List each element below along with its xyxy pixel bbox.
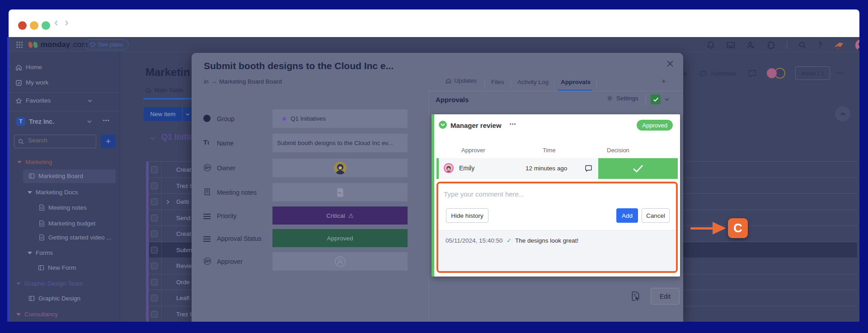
sidebar-item-marketing-docs[interactable]: Marketing Docs bbox=[28, 189, 78, 196]
review-menu-icon[interactable]: ⋯ bbox=[509, 120, 517, 128]
row-checkbox[interactable] bbox=[151, 198, 158, 205]
comment-input[interactable] bbox=[443, 187, 642, 201]
approver-row[interactable]: Emily 12 minutes ago bbox=[436, 158, 678, 179]
monday-logo[interactable]: monday.com bbox=[28, 40, 88, 49]
notifications-bell-icon[interactable] bbox=[707, 41, 715, 50]
collapse-review-button[interactable] bbox=[439, 121, 447, 129]
window-maximize-button[interactable] bbox=[42, 21, 50, 30]
window-minimize-button[interactable] bbox=[30, 21, 38, 30]
row-status-bar bbox=[436, 158, 439, 179]
inbox-icon[interactable] bbox=[726, 41, 735, 49]
tab-files[interactable]: Files bbox=[491, 79, 504, 85]
group-value: Q1 Initiatives bbox=[291, 115, 326, 122]
row-checkbox[interactable] bbox=[151, 230, 158, 237]
add-tab-button[interactable]: + bbox=[662, 77, 666, 86]
comment-bubble-icon[interactable] bbox=[585, 164, 592, 172]
integrate-button-partial[interactable]: e bbox=[684, 70, 687, 77]
edit-button[interactable]: Edit bbox=[651, 288, 680, 305]
history-timestamp: 05/11/2024, 15:40:50 bbox=[446, 237, 503, 244]
approvals-settings-button[interactable]: Settings bbox=[606, 95, 638, 102]
tab-approvals-active[interactable]: Approvals bbox=[561, 79, 591, 85]
group-value-cell[interactable]: Q1 Initiatives bbox=[272, 109, 408, 128]
workspace-switcher[interactable]: T Trez Inc. bbox=[16, 117, 54, 126]
expand-chevron-icon[interactable] bbox=[166, 200, 169, 204]
chevron-down-icon[interactable] bbox=[186, 113, 190, 116]
sidebar-item-meeting-notes[interactable]: Meeting notes bbox=[39, 204, 87, 211]
sidebar-workspace-marketing[interactable]: Marketing bbox=[17, 159, 52, 165]
approval-status-selector[interactable] bbox=[651, 94, 661, 104]
scroll-top-button[interactable] bbox=[835, 106, 850, 122]
sidebar-search[interactable] bbox=[14, 135, 96, 148]
modal-breadcrumb: in → Marketing Board Board bbox=[204, 78, 282, 85]
add-button[interactable]: Add bbox=[616, 208, 638, 223]
add-board-button[interactable]: + bbox=[101, 135, 116, 148]
chevron-down-icon[interactable] bbox=[665, 98, 669, 101]
row-checkbox[interactable] bbox=[151, 183, 158, 189]
tab-separator bbox=[554, 81, 554, 89]
meeting-notes-value-cell[interactable] bbox=[272, 183, 408, 202]
sidebar-workspace-consultancy[interactable]: Consultancy bbox=[16, 311, 58, 318]
sidebar-item-graphic-design[interactable]: Graphic Design bbox=[28, 295, 80, 302]
sidebar-item-home[interactable]: Home bbox=[15, 64, 42, 70]
chat-bubble-icon[interactable] bbox=[748, 70, 756, 77]
item-card-icon[interactable] bbox=[631, 291, 640, 301]
sidebar-item-marketing-board[interactable]: Marketing Board bbox=[28, 173, 83, 179]
sidebar-divider bbox=[10, 92, 120, 93]
sidebar-item-new-form[interactable]: New Form bbox=[38, 264, 76, 271]
status-badge: Approved bbox=[637, 120, 673, 131]
row-label: Subm bbox=[176, 247, 192, 253]
name-value-cell[interactable]: Submit booth designs to the Cloud Inc ev… bbox=[272, 134, 408, 152]
automate-button[interactable]: Automate bbox=[711, 70, 737, 77]
help-icon[interactable]: ? bbox=[818, 41, 822, 50]
sidebar-item-my-work[interactable]: My work bbox=[15, 79, 48, 86]
decision-approved-cell[interactable] bbox=[598, 158, 678, 179]
tab-updates[interactable]: Updates bbox=[446, 77, 477, 84]
hide-history-button[interactable]: Hide history bbox=[446, 208, 488, 223]
group-icon bbox=[203, 115, 211, 122]
sidebar-item-marketing-budget[interactable]: Marketing budget bbox=[39, 220, 95, 227]
apps-grid-icon[interactable] bbox=[16, 41, 23, 48]
close-icon[interactable] bbox=[666, 60, 674, 67]
group-title[interactable]: Q1 Initia bbox=[161, 132, 192, 142]
new-item-button[interactable]: New item bbox=[144, 107, 193, 121]
board-menu-icon[interactable]: ⋯ bbox=[836, 69, 844, 77]
window-close-button[interactable] bbox=[18, 21, 27, 30]
approver-value-cell[interactable] bbox=[272, 252, 408, 271]
sidebar-workspace-graphic-design-team[interactable]: Graphic Design Team bbox=[16, 280, 83, 287]
workspace-menu-icon[interactable]: ⋯ bbox=[103, 117, 110, 125]
see-plans-button[interactable]: See plans bbox=[84, 39, 129, 50]
group-collapse-chevron-icon[interactable] bbox=[150, 136, 155, 140]
row-checkbox[interactable] bbox=[151, 279, 158, 286]
row-checkbox[interactable] bbox=[151, 311, 158, 318]
row-checkbox[interactable] bbox=[151, 295, 158, 301]
row-checkbox[interactable] bbox=[151, 247, 158, 253]
monday-doc-icon bbox=[336, 188, 344, 197]
sidebar-item-forms[interactable]: Forms bbox=[28, 249, 53, 256]
row-checkbox[interactable] bbox=[151, 215, 158, 221]
search-icon[interactable] bbox=[798, 41, 807, 49]
field-approver: Approver bbox=[192, 252, 418, 271]
approval-status-value-cell[interactable]: Approved bbox=[272, 229, 408, 247]
invite-button[interactable]: Invite / 1 bbox=[795, 66, 830, 80]
search-input[interactable] bbox=[27, 136, 90, 144]
gear-icon bbox=[606, 95, 613, 102]
breadcrumb-board-link[interactable]: Marketing Board Board bbox=[219, 78, 282, 85]
chevron-down-icon[interactable] bbox=[88, 99, 92, 102]
row-checkbox[interactable] bbox=[151, 263, 158, 269]
owner-value-cell[interactable] bbox=[272, 159, 408, 177]
tab-activity-log[interactable]: Activity Log bbox=[517, 79, 549, 85]
row-checkbox[interactable] bbox=[151, 166, 158, 173]
invite-members-icon[interactable] bbox=[746, 41, 755, 50]
priority-value-cell[interactable]: Critical ⚠ bbox=[272, 206, 408, 225]
chevron-down-icon[interactable] bbox=[87, 120, 92, 123]
apps-marketplace-icon[interactable] bbox=[767, 41, 775, 50]
sidebar-item-getting-started[interactable]: Getting started video ... bbox=[39, 234, 112, 241]
sidebar-item-favorites[interactable]: Favorites bbox=[15, 97, 51, 104]
cancel-button[interactable]: Cancel bbox=[642, 208, 670, 223]
browser-back-icon[interactable]: ‹ bbox=[54, 16, 58, 28]
browser-forward-icon[interactable]: › bbox=[65, 16, 69, 28]
tab-main-table[interactable]: Main Table bbox=[145, 87, 183, 94]
user-avatar[interactable] bbox=[855, 39, 859, 51]
upgrade-rocket-icon[interactable] bbox=[833, 41, 844, 50]
comment-region-highlighted: Hide history Add Cancel 05/11/2024, 15:4… bbox=[436, 182, 678, 273]
